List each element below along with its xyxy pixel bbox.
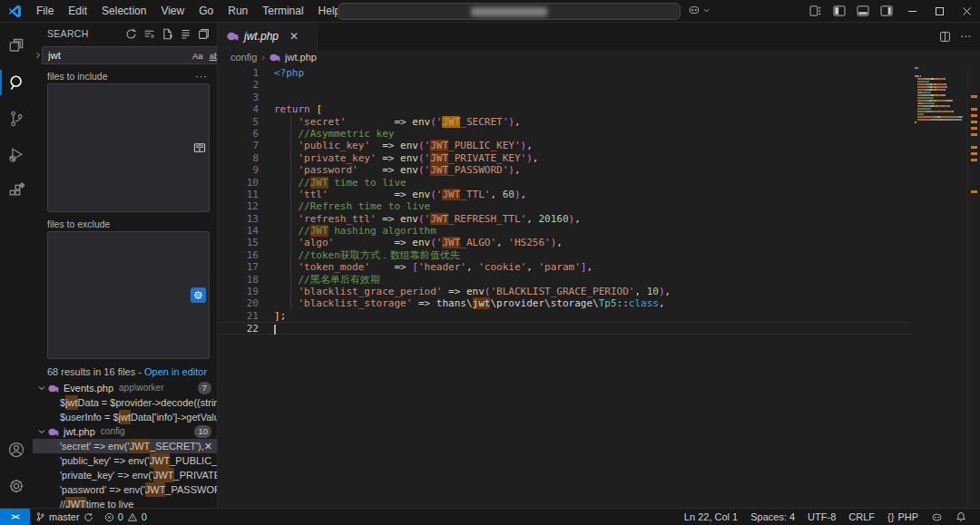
encoding-item[interactable]: UTF-8 <box>801 511 842 522</box>
toggle-secondary-sidebar-icon[interactable] <box>875 0 898 22</box>
menu-terminal[interactable]: Terminal <box>255 0 310 22</box>
settings-gear-icon[interactable] <box>0 468 33 504</box>
chevron-down-icon[interactable] <box>36 384 47 392</box>
result-match-row[interactable]: $jwtData = $provider->decode((string)$to… <box>33 395 217 410</box>
result-match-row[interactable]: 'secret' => env('JWT_SECRET'),✕ <box>33 439 217 453</box>
code-line-4[interactable]: 4return [ <box>218 103 911 115</box>
explorer-icon[interactable] <box>0 28 33 64</box>
remote-indicator[interactable]: >< <box>0 509 30 525</box>
search-input[interactable] <box>48 50 188 61</box>
code-line-21[interactable]: 21]; <box>218 310 911 322</box>
menu-file[interactable]: File <box>29 0 61 22</box>
breadcrumb-folder[interactable]: config <box>230 52 257 63</box>
search-icon[interactable] <box>0 64 33 101</box>
use-exclude-settings-toggle[interactable] <box>191 287 206 303</box>
problems-item[interactable]: 0 0 <box>99 511 152 522</box>
code-line-15[interactable]: 15 'algo' => env('JWT_ALGO', 'HS256'), <box>218 237 911 248</box>
files-to-exclude-input[interactable] <box>54 290 191 301</box>
indentation-item[interactable]: Spaces: 4 <box>744 511 801 522</box>
code-line-9[interactable]: 9 'password' => env('JWT_PASSWORD'), <box>218 164 911 176</box>
code-line-12[interactable]: 12 //Refresh time to live <box>218 200 911 212</box>
code-line-8[interactable]: 8 'private_key' => env('JWT_PRIVATE_KEY'… <box>218 152 911 164</box>
extensions-icon[interactable] <box>0 173 33 209</box>
collapse-all-icon[interactable] <box>180 28 191 40</box>
close-window-button[interactable] <box>953 0 980 22</box>
menu-selection[interactable]: Selection <box>94 0 153 22</box>
tab-label: jwt.php <box>244 30 279 43</box>
code-line-13[interactable]: 13 'refresh_ttl' => env('JWT_REFRESH_TTL… <box>218 213 911 225</box>
breadcrumb-separator-icon: › <box>261 52 265 63</box>
toggle-panel-icon[interactable] <box>851 0 875 22</box>
chevron-down-icon[interactable] <box>36 428 47 435</box>
result-match-row[interactable]: 'public_key' => env('JWT_PUBLIC_KEY'), <box>33 453 217 468</box>
menu-run[interactable]: Run <box>220 0 255 22</box>
result-file-jwt.php[interactable]: jwt.phpconfig10 <box>33 424 217 439</box>
view-as-tree-icon[interactable] <box>198 28 210 40</box>
code-line-17[interactable]: 17 'token_mode' => ['header', 'cookie', … <box>218 261 911 273</box>
sidebar-title: SEARCH <box>47 28 89 39</box>
result-match-row[interactable]: //JWT time to live <box>33 497 217 508</box>
clear-search-results-icon[interactable] <box>143 28 155 40</box>
code-line-1[interactable]: 1<?php <box>218 67 911 79</box>
php-file-icon <box>227 32 239 41</box>
search-sidebar: SEARCH Aa ab .* files to include ··· <box>33 23 218 508</box>
split-editor-icon[interactable] <box>939 31 951 43</box>
code-line-11[interactable]: 11 'ttl' => env('JWT_TTL', 60), <box>218 189 911 200</box>
customize-layout-icon[interactable] <box>804 0 828 22</box>
match-case-toggle[interactable]: Aa <box>191 50 205 62</box>
tab-jwt-php[interactable]: jwt.php ✕ <box>218 23 318 50</box>
minimap[interactable] <box>915 67 967 127</box>
code-line-2[interactable]: 2 <box>218 79 911 91</box>
search-only-open-editors-icon[interactable] <box>193 142 206 153</box>
result-file-Events.php[interactable]: Events.phpapp\worker7 <box>33 381 217 395</box>
code-editor[interactable]: 1<?php234return [5 'secret' => env('JWT_… <box>218 64 980 508</box>
cursor-position-item[interactable]: Ln 22, Col 1 <box>678 511 744 522</box>
menu-view[interactable]: View <box>153 0 191 22</box>
copilot-menu[interactable] <box>688 4 710 16</box>
code-line-16[interactable]: 16 //token获取方式，数组靠前值优先 <box>218 249 911 261</box>
code-line-7[interactable]: 7 'public_key' => env('JWT_PUBLIC_KEY'), <box>218 140 911 151</box>
branch-item[interactable]: master <box>30 511 99 522</box>
remote-icon: >< <box>11 512 19 521</box>
accounts-icon[interactable] <box>0 432 33 468</box>
command-center[interactable] <box>338 3 681 20</box>
whole-word-toggle[interactable]: ab <box>208 50 218 62</box>
open-in-editor-link[interactable]: Open in editor <box>144 366 207 377</box>
code-line-20[interactable]: 20 'blacklist_storage' => thans\jwt\prov… <box>218 297 911 309</box>
eol-item[interactable]: CRLF <box>842 511 881 522</box>
line-number: 10 <box>218 177 274 189</box>
dismiss-match-icon[interactable]: ✕ <box>204 439 212 453</box>
notifications-bell-icon[interactable] <box>949 511 973 522</box>
refresh-icon[interactable] <box>125 28 137 40</box>
toggle-replace-icon[interactable] <box>34 46 42 64</box>
result-match-row[interactable]: $userInfo = $jwtData['info']->getValue()… <box>33 410 217 424</box>
tab-close-icon[interactable]: ✕ <box>289 30 299 43</box>
files-to-include-input[interactable] <box>54 142 193 153</box>
run-debug-icon[interactable] <box>0 137 33 173</box>
toggle-primary-sidebar-icon[interactable] <box>828 0 851 22</box>
restore-button[interactable] <box>926 0 953 22</box>
language-mode-item[interactable]: {} PHP <box>881 511 925 522</box>
line-number: 22 <box>218 323 274 333</box>
menu-go[interactable]: Go <box>191 0 220 22</box>
vscode-logo-icon <box>8 5 22 18</box>
code-line-22[interactable]: 22 <box>218 322 911 334</box>
code-line-6[interactable]: 6 //Asymmetric key <box>218 128 911 140</box>
minimize-button[interactable] <box>898 0 926 22</box>
code-line-10[interactable]: 10 //JWT time to live <box>218 177 911 189</box>
code-line-14[interactable]: 14 //JWT hashing algorithm <box>218 225 911 237</box>
menu-edit[interactable]: Edit <box>61 0 94 22</box>
toggle-search-details-button[interactable]: ··· <box>195 71 210 82</box>
copilot-status-icon[interactable] <box>925 511 949 523</box>
result-match-row[interactable]: 'password' => env('JWT_PASSWORD'), <box>33 482 217 497</box>
code-line-18[interactable]: 18 //黑名单后有效期 <box>218 274 911 286</box>
open-new-search-editor-icon[interactable] <box>162 28 173 40</box>
code-line-19[interactable]: 19 'blacklist_grace_period' => env('BLAC… <box>218 286 911 297</box>
breadcrumb-file[interactable]: jwt.php <box>285 52 317 63</box>
code-line-3[interactable]: 3 <box>218 92 911 103</box>
code-line-5[interactable]: 5 'secret' => env('JWT_SECRET'), <box>218 116 911 128</box>
editor-more-actions-icon[interactable]: ⋯ <box>960 30 971 43</box>
source-control-icon[interactable] <box>0 101 33 137</box>
result-match-row[interactable]: 'private_key' => env('JWT_PRIVATE_KEY'), <box>33 468 217 482</box>
files-to-exclude-label: files to exclude <box>47 219 110 229</box>
